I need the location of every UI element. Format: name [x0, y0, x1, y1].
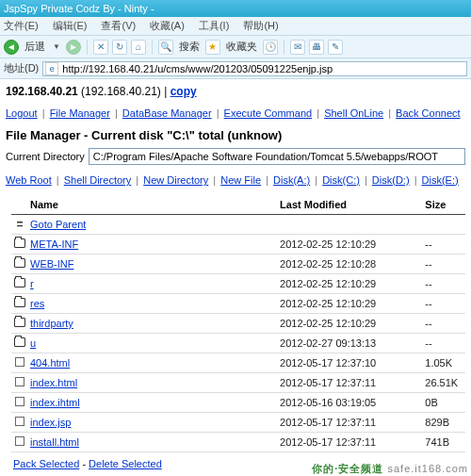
file-link[interactable]: index.ihtml — [30, 397, 80, 408]
top-nav: Logout | File Manager | DataBase Manager… — [6, 107, 465, 119]
menu-edit[interactable]: 编辑(E) — [53, 20, 88, 31]
current-directory-label: Current Directory — [6, 151, 85, 162]
nav-logout[interactable]: Logout — [6, 107, 38, 119]
browser-toolbar: ◄ 后退 ▼ ► ✕ ↻ ⌂ 🔍 搜索 ★ 收藏夹 🕓 ✉ 🖶 ✎ — [0, 36, 471, 58]
address-bar: 地址(D) e — [0, 58, 471, 79]
mail-icon[interactable]: ✉ — [290, 40, 305, 55]
goto-parent-link[interactable]: Goto Parent — [30, 219, 86, 230]
file-size: 0B — [423, 393, 465, 413]
table-row[interactable]: install.html2012-05-17 12:37:11741B — [11, 433, 465, 452]
menu-file[interactable]: 文件(E) — [4, 20, 39, 31]
nav-file-manager[interactable]: File Manager — [50, 107, 110, 119]
disk-web-root[interactable]: Web Root — [6, 174, 52, 186]
back-icon[interactable]: ◄ — [4, 40, 19, 55]
col-name[interactable]: Name — [28, 195, 278, 215]
disk-new-dir[interactable]: New Directory — [143, 174, 208, 186]
refresh-icon[interactable]: ↻ — [112, 40, 127, 55]
menu-help[interactable]: 帮助(H) — [243, 20, 278, 31]
file-size: 26.51K — [423, 373, 465, 393]
table-row[interactable]: WEB-INF2012-02-25 12:10:28-- — [11, 254, 465, 274]
col-size[interactable]: Size — [423, 195, 465, 215]
home-icon[interactable]: ⌂ — [131, 40, 146, 55]
folder-icon — [14, 318, 25, 327]
search-label[interactable]: 搜索 — [179, 40, 200, 54]
file-size: -- — [423, 274, 465, 294]
goto-parent-icon: = — [16, 218, 23, 231]
col-modified[interactable]: Last Modified — [278, 195, 423, 215]
file-date: 2012-02-25 12:10:29 — [278, 274, 423, 294]
checkbox-icon[interactable] — [15, 357, 24, 367]
file-link[interactable]: index.html — [30, 377, 77, 388]
history-icon[interactable]: 🕓 — [263, 40, 278, 55]
folder-icon — [14, 278, 25, 287]
table-row[interactable]: u2012-02-27 09:13:13-- — [11, 334, 465, 353]
menu-view[interactable]: 查看(V) — [101, 20, 136, 31]
file-link[interactable]: thirdparty — [30, 318, 73, 329]
table-row[interactable]: r2012-02-25 12:10:29-- — [11, 274, 465, 294]
checkbox-icon[interactable] — [15, 397, 24, 406]
search-icon[interactable]: 🔍 — [158, 40, 173, 55]
window-title: JspSpy Private Codz By - Ninty - — [4, 3, 154, 14]
file-link[interactable]: install.html — [30, 436, 79, 448]
nav-exec[interactable]: Execute Command — [224, 107, 313, 119]
checkbox-icon[interactable] — [15, 417, 24, 426]
table-row[interactable]: index.ihtml2012-05-16 03:19:050B — [11, 393, 465, 413]
forward-icon[interactable]: ► — [66, 40, 81, 55]
disk-shell-dir[interactable]: Shell Directory — [64, 174, 132, 186]
back-dropdown-icon[interactable]: ▼ — [53, 42, 60, 51]
nav-shell-online[interactable]: Shell OnLine — [324, 107, 383, 119]
goto-parent-row[interactable]: = Goto Parent — [11, 215, 465, 235]
file-date: 2012-05-17 12:37:10 — [278, 353, 423, 373]
table-row[interactable]: 404.html2012-05-17 12:37:101.05K — [11, 353, 465, 373]
table-row[interactable]: res2012-02-25 12:10:29-- — [11, 294, 465, 314]
address-input[interactable] — [60, 62, 466, 75]
file-size: -- — [423, 334, 465, 353]
file-link[interactable]: res — [30, 298, 44, 309]
file-link[interactable]: r — [30, 278, 34, 289]
file-link[interactable]: index.jsp — [30, 417, 71, 428]
disk-e[interactable]: Disk(E:) — [422, 174, 459, 186]
folder-icon — [14, 238, 25, 248]
address-field-wrap[interactable]: e — [42, 61, 467, 76]
menu-fav[interactable]: 收藏(A) — [150, 20, 185, 31]
disk-d[interactable]: Disk(D:) — [372, 174, 410, 186]
favorites-icon[interactable]: ★ — [205, 40, 220, 55]
favorites-label[interactable]: 收藏夹 — [226, 40, 257, 54]
back-label[interactable]: 后退 — [24, 40, 45, 54]
file-size: -- — [423, 294, 465, 314]
disk-new-file[interactable]: New File — [220, 174, 261, 186]
checkbox-icon[interactable] — [15, 436, 24, 446]
edit-icon[interactable]: ✎ — [328, 40, 343, 55]
menu-tools[interactable]: 工具(I) — [199, 20, 229, 31]
table-row[interactable]: META-INF2012-02-25 12:10:29-- — [11, 235, 465, 254]
current-directory-input[interactable] — [89, 148, 465, 165]
fm-title: File Manager - Current disk "C:\" total … — [6, 128, 465, 142]
copy-link[interactable]: copy — [171, 85, 197, 98]
host-ip-paren: (192.168.40.21) — [81, 85, 161, 98]
table-row[interactable]: index.html2012-05-17 12:37:1126.51K — [11, 373, 465, 393]
table-row[interactable]: index.jsp2012-05-17 12:37:11829B — [11, 413, 465, 433]
disk-a[interactable]: Disk(A:) — [273, 174, 310, 186]
stop-icon[interactable]: ✕ — [93, 40, 108, 55]
nav-db-manager[interactable]: DataBase Manager — [122, 107, 212, 119]
file-date: 2012-05-17 12:37:11 — [278, 413, 423, 433]
print-icon[interactable]: 🖶 — [309, 40, 324, 55]
file-link[interactable]: META-INF — [30, 238, 78, 250]
pack-selected-link[interactable]: Pack Selected — [13, 458, 79, 469]
toolbar-sep3 — [284, 40, 284, 55]
checkbox-icon[interactable] — [15, 377, 24, 386]
nav-back-connect[interactable]: Back Connect — [396, 107, 460, 119]
delete-selected-link[interactable]: Delete Selected — [89, 458, 162, 469]
page-content: 192.168.40.21 (192.168.40.21) | copy Log… — [0, 79, 471, 473]
table-row[interactable]: thirdparty2012-02-25 12:10:29-- — [11, 314, 465, 334]
file-link[interactable]: 404.html — [30, 357, 70, 369]
col-icon — [11, 195, 28, 215]
file-size: -- — [423, 254, 465, 274]
folder-icon — [14, 258, 25, 268]
host-line: 192.168.40.21 (192.168.40.21) | copy — [6, 85, 465, 98]
file-link[interactable]: WEB-INF — [30, 258, 73, 270]
disk-c[interactable]: Disk(C:) — [322, 174, 360, 186]
folder-icon — [14, 337, 25, 347]
file-date: 2012-02-25 12:10:29 — [278, 235, 423, 254]
file-link[interactable]: u — [30, 337, 36, 349]
